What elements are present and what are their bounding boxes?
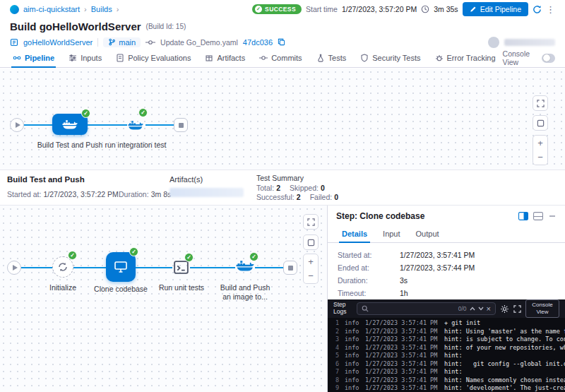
- console-header: Step Logs 0/0 Console View: [328, 299, 565, 318]
- elapsed-time: 3m 35s: [434, 5, 458, 13]
- connector: [88, 124, 127, 126]
- status-label: SUCCESS: [265, 6, 296, 13]
- tab-error-tracking[interactable]: Error Tracking: [428, 49, 503, 67]
- search-close-icon[interactable]: [487, 304, 491, 313]
- search-next-icon[interactable]: [478, 307, 484, 311]
- step-graph-canvas[interactable]: Initialize Clone codebase Run unit tests…: [0, 206, 327, 392]
- search-prev-icon[interactable]: [470, 307, 475, 311]
- step-node-label: Build and Push an image to...: [215, 283, 275, 302]
- zoom-out-button[interactable]: [533, 150, 548, 165]
- successful-value: 2: [297, 193, 301, 201]
- repository-icon: [10, 38, 18, 47]
- breadcrumb-builds[interactable]: Builds: [91, 5, 112, 13]
- detail-value: 1h: [400, 289, 408, 297]
- commit-hash-link[interactable]: 47dc036: [243, 38, 273, 47]
- tab-label: Error Tracking: [447, 54, 496, 62]
- log-search-input[interactable]: [371, 305, 456, 312]
- breadcrumb-separator: ›: [117, 5, 119, 13]
- check-icon: [255, 6, 262, 13]
- skipped-label: Skipped:: [290, 184, 319, 192]
- docker-whale-icon: [127, 119, 144, 131]
- edit-pipeline-label: Edit Pipeline: [480, 5, 521, 13]
- branch-chip[interactable]: main: [103, 37, 141, 47]
- zoom-in-button[interactable]: [533, 135, 548, 150]
- more-options-icon[interactable]: [546, 4, 555, 15]
- layout-split-bottom-icon[interactable]: [533, 212, 543, 220]
- log-line: 9info1/27/2023 3:57:41 PMhint: 'developm…: [331, 384, 565, 392]
- reset-view-button[interactable]: [303, 234, 319, 250]
- connector: [24, 124, 52, 126]
- pipeline-end-node[interactable]: [174, 118, 188, 132]
- connector: [190, 267, 235, 268]
- play-icon: [16, 122, 20, 128]
- tab-tests[interactable]: Tests: [309, 49, 354, 67]
- zoom-out-button[interactable]: [303, 268, 319, 284]
- log-output[interactable]: 1info1/27/2023 3:57:41 PM+ git init 2inf…: [328, 318, 565, 392]
- project-icon: [10, 5, 19, 14]
- tab-inputs[interactable]: Inputs: [61, 49, 109, 67]
- steps-end-node[interactable]: [283, 261, 297, 275]
- breadcrumb-project[interactable]: aim-ci-quickstart: [23, 5, 80, 13]
- detail-label: Duration:: [338, 276, 400, 285]
- refresh-icon[interactable]: [533, 5, 542, 14]
- tab-details[interactable]: Details: [335, 225, 374, 242]
- copy-icon[interactable]: [278, 38, 285, 46]
- zoom-in-button[interactable]: [303, 254, 319, 269]
- started-label: Started at:: [7, 190, 41, 198]
- log-fullscreen-icon[interactable]: [513, 305, 521, 313]
- step-panel-header: Step: Clone codebase: [328, 206, 565, 225]
- artifact-redacted[interactable]: [170, 188, 244, 197]
- failed-value: 0: [334, 193, 338, 201]
- success-check-icon: [138, 108, 148, 117]
- stage-duration: Duration: 3m 8s: [119, 190, 171, 198]
- log-line: 3info1/27/2023 3:57:41 PMhint: is subjec…: [331, 335, 565, 344]
- detail-value: 3s: [400, 276, 408, 285]
- tab-pipeline[interactable]: Pipeline: [6, 49, 61, 67]
- reset-view-button[interactable]: [533, 115, 548, 131]
- main-tab-bar: Pipeline Inputs Policy Evaluations Artif…: [0, 49, 565, 68]
- step-node-label: Run unit tests: [156, 283, 207, 292]
- user-avatar[interactable]: [488, 37, 499, 48]
- tab-policy-evaluations[interactable]: Policy Evaluations: [109, 49, 198, 67]
- tab-commits[interactable]: Commits: [252, 49, 309, 67]
- stage-graph-canvas[interactable]: Build Test and Push run integration test: [0, 69, 565, 170]
- failed-label: Failed:: [310, 193, 333, 201]
- stage-started: Started at: 1/27/2023, 3:57:22 PM: [7, 190, 119, 198]
- test-summary-label: Test Summary: [256, 174, 304, 182]
- log-line: 6info1/27/2023 3:57:41 PMhint: git confi…: [331, 360, 565, 369]
- play-icon: [13, 265, 18, 271]
- detail-row: Duration: 3s: [338, 276, 555, 285]
- tab-input[interactable]: Input: [376, 225, 407, 242]
- repo-name-link[interactable]: goHelloWorldServer: [23, 38, 93, 47]
- step-node-label: Clone codebase: [90, 285, 151, 294]
- test-summary-line1: Total: 2 Skipped: 0: [256, 184, 332, 192]
- pencil-icon: [470, 6, 477, 13]
- step-logs-console: Step Logs 0/0 Console View 1info1/27/202…: [328, 299, 565, 392]
- steps-start-node[interactable]: [7, 261, 21, 275]
- breadcrumb-separator: ›: [84, 5, 87, 13]
- collapse-icon[interactable]: [548, 212, 557, 220]
- tab-artifacts[interactable]: Artifacts: [198, 49, 252, 67]
- fullscreen-button[interactable]: [303, 214, 319, 230]
- stage-node-run-integration-test[interactable]: [127, 118, 144, 132]
- pipeline-start-node[interactable]: [10, 118, 24, 132]
- tab-output[interactable]: Output: [409, 225, 446, 242]
- console-view-toggle[interactable]: [542, 54, 555, 63]
- divider: [97, 38, 98, 47]
- step-node-clone-codebase[interactable]: [106, 252, 136, 282]
- log-line: 7info1/27/2023 3:57:41 PMhint:: [331, 368, 565, 376]
- console-view-button[interactable]: Console View: [525, 299, 559, 317]
- step-details: Started at: 1/27/2023, 3:57:41 PM Ended …: [328, 243, 565, 299]
- tab-label: Tests: [328, 54, 347, 62]
- log-settings-gear-icon[interactable]: [500, 304, 509, 314]
- start-time-value: 1/27/2023, 3:57:20 PM: [342, 5, 417, 13]
- success-check-icon: [184, 253, 194, 262]
- step-node-label: Initialize: [38, 283, 88, 292]
- title-row: Build goHelloWorldServer (Build Id: 15): [10, 19, 555, 34]
- branch-icon: [108, 38, 116, 46]
- step-detail-panel: Step: Clone codebase Details Input Outpu…: [327, 206, 565, 392]
- fullscreen-button[interactable]: [533, 95, 548, 111]
- edit-pipeline-button[interactable]: Edit Pipeline: [463, 2, 528, 16]
- layout-split-right-icon[interactable]: [518, 212, 528, 220]
- tab-security-tests[interactable]: Security Tests: [353, 49, 427, 67]
